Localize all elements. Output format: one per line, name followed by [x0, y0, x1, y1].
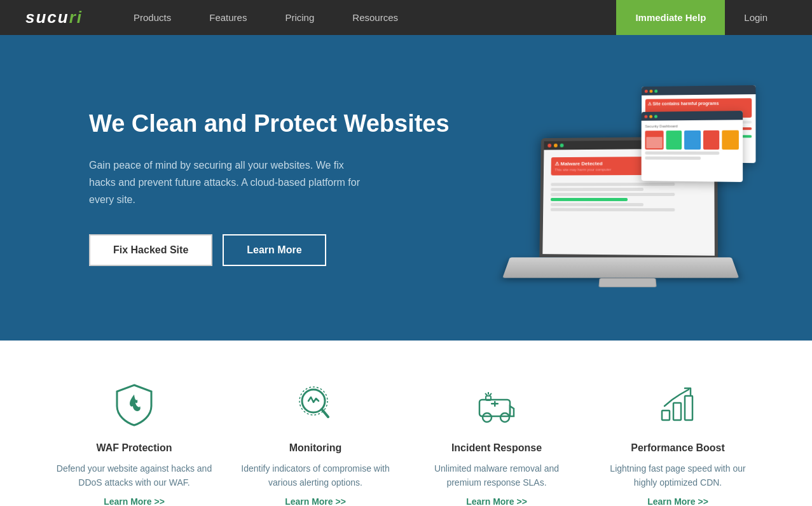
- s-line-4: [551, 203, 643, 206]
- dot-yellow: [650, 89, 653, 92]
- performance-description: Lightning fast page speed with our highl…: [600, 461, 756, 490]
- fix-hacked-site-button[interactable]: Fix Hacked Site: [89, 234, 212, 266]
- screen-lines: [546, 180, 712, 216]
- waf-icon-container: [109, 379, 160, 430]
- card-label: Security Dashboard: [645, 123, 738, 128]
- login-button[interactable]: Login: [725, 0, 787, 35]
- monitoring-title: Monitoring: [289, 442, 342, 454]
- screen-dot-y: [554, 144, 558, 148]
- feature-incident: Incident Response Unlimited malware remo…: [419, 379, 575, 506]
- logo[interactable]: sucuri: [25, 8, 83, 27]
- immediate-help-button[interactable]: Immediate Help: [616, 0, 725, 35]
- performance-icon-container: [652, 379, 703, 430]
- performance-title: Performance Boost: [631, 442, 725, 454]
- hero-illustration: ⚠ Site contains harmful programs RISK OK: [494, 73, 761, 302]
- s-line-status: [551, 198, 628, 201]
- hero-buttons: Fix Hacked Site Learn More: [89, 234, 450, 266]
- incident-icon-container: [471, 379, 522, 430]
- dot-green: [654, 89, 657, 92]
- incident-response-icon: [474, 382, 519, 426]
- svg-point-7: [500, 413, 509, 422]
- svg-line-10: [485, 393, 487, 395]
- features-grid: WAF Protection Defend your website again…: [57, 379, 756, 506]
- shield-fire-icon: [112, 382, 156, 426]
- hero-description: Gain peace of mind by securing all your …: [89, 157, 369, 209]
- incident-learn-more[interactable]: Learn More >>: [466, 496, 527, 506]
- bar-chart-3: [684, 130, 701, 150]
- nav-resources[interactable]: Resources: [352, 12, 398, 23]
- monitoring-description: Identify indicators of compromise with v…: [238, 461, 394, 490]
- screen-dot-g: [560, 144, 564, 148]
- svg-line-11: [490, 393, 492, 395]
- bar-chart-4: [703, 130, 720, 150]
- laptop-trackpad: [598, 278, 656, 287]
- hero-content: We Clean and Protect Websites Gain peace…: [89, 109, 450, 265]
- s-line-2: [551, 188, 643, 191]
- dot-green-2: [654, 115, 657, 118]
- svg-point-6: [483, 413, 492, 422]
- s-line-1: [551, 183, 675, 186]
- performance-learn-more[interactable]: Learn More >>: [647, 496, 708, 506]
- float-card-front: Security Dashboard: [642, 111, 743, 182]
- bar-chart-5: [722, 130, 739, 150]
- waf-title: WAF Protection: [96, 442, 172, 454]
- waf-learn-more[interactable]: Learn More >>: [104, 496, 165, 506]
- monitoring-icon-container: [290, 379, 341, 430]
- monitoring-icon: [293, 382, 338, 426]
- laptop-keyboard: [502, 257, 739, 278]
- incident-title: Incident Response: [451, 442, 542, 454]
- svg-rect-13: [673, 403, 681, 420]
- navbar: sucuri Products Features Pricing Resourc…: [0, 0, 812, 35]
- svg-rect-14: [685, 396, 692, 420]
- waf-description: Defend your website against hacks and DD…: [57, 461, 212, 490]
- learn-more-button[interactable]: Learn More: [223, 234, 326, 266]
- screen-dot-r: [547, 144, 551, 148]
- logo-text: sucuri: [25, 8, 83, 27]
- feature-waf: WAF Protection Defend your website again…: [57, 379, 212, 506]
- feature-monitoring: Monitoring Identify indicators of compro…: [238, 379, 394, 506]
- s-line-3: [551, 193, 675, 196]
- dot-yellow-2: [649, 115, 652, 118]
- hero-title: We Clean and Protect Websites: [89, 109, 450, 139]
- nav-features[interactable]: Features: [209, 12, 247, 23]
- svg-rect-5: [494, 401, 496, 407]
- bar-chart-1: [645, 130, 663, 150]
- dot-red: [645, 89, 648, 92]
- incident-description: Unlimited malware removal and premium re…: [419, 461, 575, 490]
- svg-rect-12: [662, 411, 670, 420]
- card-line-2: [645, 151, 719, 155]
- nav-products[interactable]: Products: [134, 12, 171, 23]
- dot-red-2: [644, 115, 647, 118]
- nav-links: Products Features Pricing Resources: [134, 12, 616, 23]
- feature-performance: Performance Boost Lightning fast page sp…: [600, 379, 756, 506]
- features-section: WAF Protection Defend your website again…: [0, 341, 812, 506]
- nav-pricing[interactable]: Pricing: [285, 12, 314, 23]
- svg-line-1: [322, 409, 328, 417]
- s-line-5: [551, 208, 675, 211]
- bar-chart-2: [666, 130, 682, 150]
- performance-boost-icon: [656, 382, 700, 426]
- monitoring-learn-more[interactable]: Learn More >>: [285, 496, 346, 506]
- card-line-3: [645, 157, 700, 160]
- hero-section: We Clean and Protect Websites Gain peace…: [0, 35, 812, 341]
